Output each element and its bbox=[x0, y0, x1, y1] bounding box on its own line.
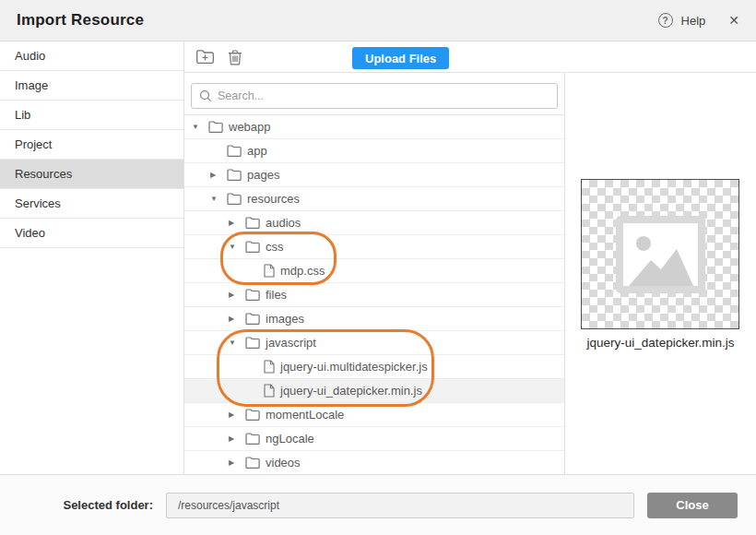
folder-icon bbox=[245, 409, 260, 421]
image-placeholder-icon bbox=[616, 216, 705, 293]
tree-node-label: pages bbox=[247, 168, 279, 182]
tree-row-css[interactable]: ▼css bbox=[184, 235, 564, 259]
help-icon[interactable]: ? bbox=[658, 13, 673, 28]
chevron-down-icon[interactable]: ▼ bbox=[210, 195, 227, 203]
selected-folder-input[interactable] bbox=[166, 493, 634, 518]
tree-row-ngLocale[interactable]: ▶ngLocale bbox=[184, 427, 564, 451]
content-row: ▼webappapp▶pages▼resources▶audios▼cssmdp… bbox=[184, 73, 756, 474]
folder-icon bbox=[245, 313, 260, 325]
sidebar: AudioImageLibProjectResourcesServicesVid… bbox=[0, 42, 184, 474]
tree-node-label: jquery-ui_datepicker.min.js bbox=[280, 384, 422, 398]
chevron-right-icon[interactable]: ▶ bbox=[229, 315, 245, 323]
dialog-body: AudioImageLibProjectResourcesServicesVid… bbox=[0, 42, 756, 474]
tree-node-label: ngLocale bbox=[266, 432, 314, 446]
search-input[interactable] bbox=[218, 89, 549, 102]
sidebar-item-video[interactable]: Video bbox=[0, 219, 183, 248]
tree-node-label: css bbox=[266, 240, 284, 254]
chevron-right-icon[interactable]: ▶ bbox=[229, 458, 245, 467]
sidebar-item-project[interactable]: Project bbox=[0, 130, 183, 160]
sidebar-item-resources[interactable]: Resources bbox=[0, 160, 183, 189]
tree-row-jquery-ui.multidatespicker.js[interactable]: jquery-ui.multidatespicker.js bbox=[184, 355, 564, 379]
dialog-footer: Selected folder: Close bbox=[0, 474, 756, 535]
tree-node-label: videos bbox=[266, 456, 301, 470]
tree-row-pages[interactable]: ▶pages bbox=[184, 163, 564, 187]
preview-panel: jquery-ui_datepicker.min.js bbox=[565, 73, 756, 474]
close-button[interactable]: Close bbox=[647, 493, 738, 518]
sidebar-item-audio[interactable]: Audio bbox=[0, 42, 183, 71]
preview-image-placeholder bbox=[581, 179, 739, 329]
folder-icon bbox=[245, 289, 260, 301]
tree-row-resources[interactable]: ▼resources bbox=[184, 187, 564, 211]
chevron-down-icon[interactable]: ▼ bbox=[229, 339, 245, 347]
tree-node-label: webapp bbox=[229, 120, 271, 134]
folder-icon bbox=[227, 169, 242, 181]
tree-row-videos[interactable]: ▶videos bbox=[184, 451, 564, 474]
preview-caption: jquery-ui_datepicker.min.js bbox=[565, 336, 756, 350]
delete-icon[interactable] bbox=[228, 49, 242, 65]
folder-icon bbox=[245, 337, 260, 349]
folder-icon bbox=[245, 457, 260, 469]
dialog-header: Import Resource ? Help ✕ bbox=[0, 0, 756, 42]
folder-icon bbox=[245, 241, 260, 253]
tree-row-javascript[interactable]: ▼javascript bbox=[184, 331, 564, 355]
chevron-right-icon[interactable]: ▶ bbox=[229, 410, 245, 419]
folder-icon bbox=[208, 121, 223, 133]
search-box bbox=[191, 83, 558, 109]
image-glyph bbox=[623, 223, 698, 286]
tree-node-label: resources bbox=[247, 192, 300, 206]
sidebar-item-image[interactable]: Image bbox=[0, 71, 183, 101]
tree-row-images[interactable]: ▶images bbox=[184, 307, 564, 331]
chevron-right-icon[interactable]: ▶ bbox=[229, 434, 245, 443]
help-link[interactable]: Help bbox=[681, 14, 706, 28]
import-resource-dialog: Import Resource ? Help ✕ AudioImageLibPr… bbox=[0, 0, 756, 535]
tree-row-jquery-ui_datepicker.min.js[interactable]: jquery-ui_datepicker.min.js bbox=[184, 379, 564, 403]
tree-node-label: jquery-ui.multidatespicker.js bbox=[280, 360, 428, 374]
tree-row-files[interactable]: ▶files bbox=[184, 283, 564, 307]
file-tree: ▼webappapp▶pages▼resources▶audios▼cssmdp… bbox=[184, 114, 564, 474]
folder-icon bbox=[245, 433, 260, 445]
main-region: Upload Files ▼webappapp▶pages▼resources▶… bbox=[184, 42, 756, 474]
chevron-right-icon[interactable]: ▶ bbox=[229, 219, 245, 227]
tree-row-webapp[interactable]: ▼webapp bbox=[184, 115, 564, 139]
sidebar-item-lib[interactable]: Lib bbox=[0, 101, 183, 130]
chevron-down-icon[interactable]: ▼ bbox=[192, 123, 208, 131]
toolbar: Upload Files bbox=[184, 42, 756, 73]
file-icon bbox=[264, 384, 275, 398]
tree-node-label: files bbox=[266, 288, 287, 302]
tree-node-label: javascript bbox=[266, 336, 316, 350]
folder-icon bbox=[245, 217, 260, 229]
tree-node-label: images bbox=[266, 312, 304, 326]
tree-node-label: audios bbox=[266, 216, 301, 230]
selected-folder-label: Selected folder: bbox=[0, 498, 153, 512]
file-icon bbox=[264, 264, 275, 278]
folder-icon bbox=[227, 145, 242, 157]
tree-panel: ▼webappapp▶pages▼resources▶audios▼cssmdp… bbox=[184, 73, 565, 474]
tree-row-app[interactable]: app bbox=[184, 139, 564, 163]
chevron-right-icon[interactable]: ▶ bbox=[210, 171, 227, 179]
tree-row-momentLocale[interactable]: ▶momentLocale bbox=[184, 403, 564, 427]
chevron-right-icon[interactable]: ▶ bbox=[229, 291, 245, 299]
close-icon[interactable]: ✕ bbox=[728, 13, 739, 28]
file-icon bbox=[264, 360, 275, 374]
tree-node-label: mdp.css bbox=[280, 264, 325, 278]
dialog-title: Import Resource bbox=[17, 11, 144, 30]
tree-node-label: momentLocale bbox=[266, 408, 344, 422]
search-icon bbox=[199, 89, 212, 102]
sidebar-item-services[interactable]: Services bbox=[0, 189, 183, 219]
tree-row-mdp.css[interactable]: mdp.css bbox=[184, 259, 564, 283]
header-actions: ? Help ✕ bbox=[658, 13, 739, 28]
chevron-down-icon[interactable]: ▼ bbox=[229, 243, 245, 251]
folder-icon bbox=[227, 193, 242, 205]
tree-node-label: app bbox=[247, 144, 267, 158]
add-folder-icon[interactable] bbox=[195, 49, 215, 65]
upload-files-button[interactable]: Upload Files bbox=[352, 47, 449, 69]
tree-row-audios[interactable]: ▶audios bbox=[184, 211, 564, 235]
